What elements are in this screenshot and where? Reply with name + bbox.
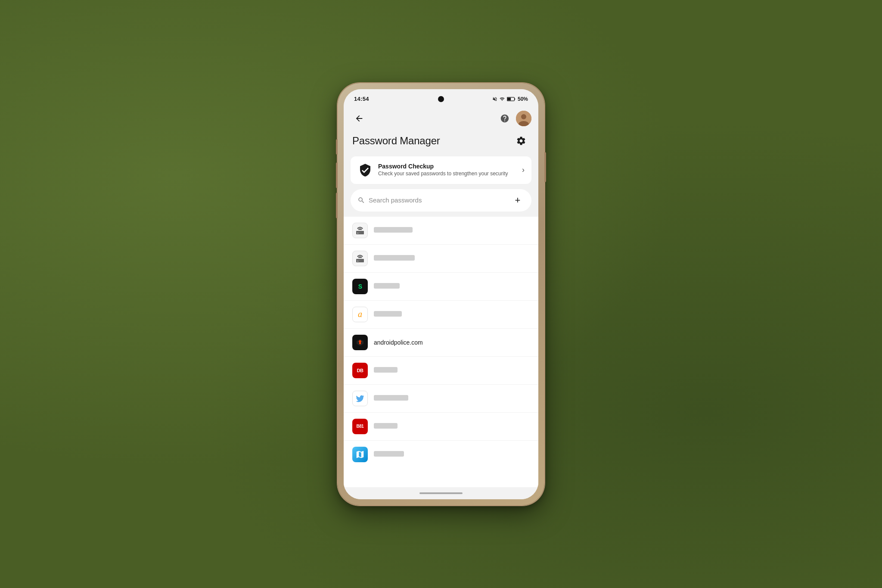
password-info-5: androidpolice.com	[374, 339, 530, 346]
status-time: 14:54	[354, 96, 369, 102]
svg-point-4	[521, 114, 526, 119]
battery-percent: 50%	[518, 96, 528, 102]
avatar-image	[516, 111, 531, 126]
password-info-3	[374, 282, 530, 291]
site-name-5: androidpolice.com	[374, 339, 423, 346]
search-svg-icon	[357, 196, 365, 204]
password-info-9	[374, 450, 530, 459]
status-bar: 14:54 50%	[344, 89, 538, 106]
avatar-svg	[516, 111, 531, 126]
svg-rect-2	[507, 97, 511, 100]
password-info-6	[374, 366, 530, 375]
password-info-1	[374, 226, 530, 235]
site-name-blurred-6	[374, 367, 398, 373]
site-icon-7	[352, 391, 368, 406]
checkup-arrow-icon: ›	[522, 165, 525, 174]
shield-check-icon	[358, 163, 372, 177]
password-item-9[interactable]	[344, 441, 538, 468]
password-info-7	[374, 394, 530, 403]
password-info-8	[374, 422, 530, 431]
site-icon-8: B81	[352, 419, 368, 434]
password-item-6[interactable]: DB	[344, 357, 538, 385]
site-icon-4: a	[352, 307, 368, 322]
checkup-description: Check your saved passwords to strengthen…	[378, 171, 517, 177]
checkup-title: Password Checkup	[378, 163, 517, 170]
page-header: Password Manager	[344, 131, 538, 155]
battery-icon	[507, 96, 516, 102]
nav-right	[497, 111, 531, 126]
site-icon-1	[352, 223, 368, 238]
site-name-blurred-9	[374, 451, 404, 457]
amazon-letter: a	[358, 309, 362, 319]
password-checkup-card[interactable]: Password Checkup Check your saved passwo…	[351, 156, 531, 184]
page-title: Password Manager	[352, 135, 440, 147]
site-icon-9	[352, 447, 368, 462]
status-right: 50%	[492, 96, 528, 102]
site-name-blurred-7	[374, 395, 408, 401]
site-name-blurred-8	[374, 423, 398, 429]
help-button[interactable]	[497, 111, 512, 126]
android-police-icon	[355, 337, 365, 348]
site-icon-2	[352, 251, 368, 266]
password-item-5[interactable]: androidpolice.com	[344, 329, 538, 357]
router-icon-1	[355, 225, 365, 236]
help-icon	[500, 114, 509, 123]
camera-notch	[438, 96, 444, 102]
password-item-1[interactable]	[344, 217, 538, 245]
site-name-blurred-4	[374, 311, 402, 317]
site-icon-5	[352, 335, 368, 350]
password-info-2	[374, 254, 530, 263]
nav-bar	[344, 106, 538, 131]
wifi-icon	[500, 96, 505, 102]
site-name-blurred-3	[374, 283, 400, 289]
phone-screen: 14:54 50%	[344, 89, 538, 499]
router-icon-2	[355, 253, 365, 264]
checkup-text: Password Checkup Check your saved passwo…	[378, 163, 517, 177]
bird-icon	[355, 394, 365, 403]
site-icon-3: S	[352, 279, 368, 294]
password-item-8[interactable]: B81	[344, 413, 538, 441]
back-arrow-icon	[354, 114, 364, 123]
password-item-7[interactable]	[344, 385, 538, 413]
site-name-blurred-2	[374, 255, 415, 261]
svg-rect-1	[514, 98, 515, 100]
search-icon	[357, 196, 365, 204]
back-button[interactable]	[351, 110, 368, 127]
phone-device: 14:54 50%	[338, 83, 544, 505]
password-item-4[interactable]: a	[344, 301, 538, 329]
site-name-blurred-1	[374, 227, 413, 233]
password-item-3[interactable]: S	[344, 273, 538, 301]
user-avatar[interactable]	[516, 111, 531, 126]
checkup-icon	[357, 162, 373, 178]
map-icon	[355, 450, 365, 459]
mute-icon	[492, 96, 497, 102]
site-icon-6: DB	[352, 363, 368, 378]
password-list: S a	[344, 217, 538, 487]
password-item-2[interactable]	[344, 245, 538, 273]
home-bar	[419, 492, 463, 494]
settings-icon	[516, 136, 526, 146]
app-content: Password Manager Password Checkup Check …	[344, 106, 538, 499]
nav-left	[351, 110, 368, 127]
search-input[interactable]: Search passwords	[369, 196, 507, 204]
search-bar: Search passwords +	[351, 189, 531, 212]
settings-button[interactable]	[512, 132, 530, 149]
password-info-4	[374, 310, 530, 319]
status-center-icons	[438, 96, 444, 102]
add-password-button[interactable]: +	[511, 193, 525, 207]
home-indicator	[344, 487, 538, 499]
